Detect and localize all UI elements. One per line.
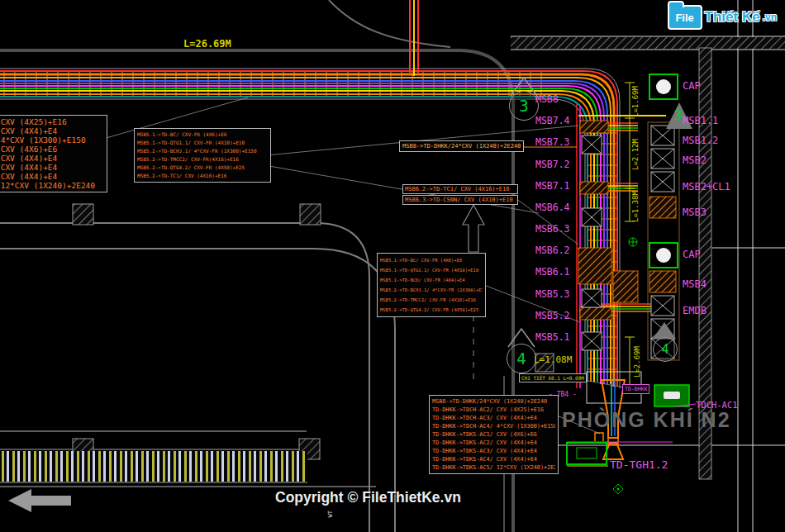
right-label-msb2cl1: MSB2+CL1 — [683, 181, 730, 192]
cable-box-left-partial: TD-DHKK->TDCH-AC2/ CXV (4X25)+E16TD-DHKK… — [0, 115, 107, 192]
label-td-tgh: TD-TGH1.2 — [610, 458, 668, 471]
msb-label: MSB6.3 — [535, 223, 585, 235]
dim-top-run: L=26.69M — [183, 38, 231, 50]
msb-label: MSB5.3 — [535, 288, 585, 300]
detail-note-box: CHI TIẾT 60.1 L=0.08M — [519, 373, 587, 382]
cable-box-dhkk: MSB8->TD-DHKK/24*CXV (1X240)+2E240TD-DHK… — [429, 395, 559, 474]
dim-seg4: L=2.69M — [633, 342, 641, 382]
right-label-msb1-2: MSB1.2 — [683, 135, 718, 146]
right-label-msb1-1: MSB1.1 — [683, 115, 718, 126]
cad-drawing-canvas: L=26.69M L=1.69M L=2.12M L=1.38M L=2.69M… — [0, 0, 785, 532]
right-label-msb2: MSB2 — [683, 154, 706, 166]
dim-riser: L=1.08M — [534, 354, 572, 365]
label-wt: WT — [327, 511, 334, 517]
room-label: PHÒNG KHÍ N2 — [562, 408, 731, 432]
label-tdhkk-box: TD-ĐHKK — [622, 384, 649, 394]
right-label-cap2: CAP — [683, 249, 701, 260]
cable-box-tc1: MSB6.2->TD-TC1/ CXV (4X16)+E16MSB6.3->TD… — [402, 184, 518, 206]
site-logo: File Thiết Kế .vn — [668, 5, 777, 30]
msb-label: MSB6.4 — [535, 202, 585, 213]
axis-marker-4-bottom: 4 — [507, 344, 536, 373]
axis-marker-3-right: 3 — [674, 107, 683, 123]
logo-name-text: Thiết Kế — [705, 9, 760, 26]
msb-label: MSB7.3 — [535, 136, 585, 148]
logo-tld-text: .vn — [763, 12, 777, 23]
msb-label: MSB7.2 — [535, 159, 585, 170]
copyright-text: Copyright © FileThietKe.vn — [275, 489, 461, 506]
msb-label: MSB7.4 — [535, 115, 585, 126]
label-tdch-ac1: TDCH-AC1 — [696, 400, 738, 410]
cable-box-msb5-mid: MSB5.1->TD-BC/ CXV-FR (4X6)+E6MSB5.1->TD… — [377, 253, 486, 317]
msb-label: MSB5.1 — [535, 331, 585, 343]
cable-box-feeder: MSB8->TD-DHKK/24*CXV (1X240)+2E240 — [399, 140, 524, 152]
msb-label: MSB7.1 — [535, 180, 585, 192]
striped-ramp-band — [0, 451, 307, 482]
axis-marker-4-right: 4 — [653, 337, 678, 362]
msb-label: MSB6.2 — [535, 245, 585, 256]
right-label-msb3: MSB3 — [683, 207, 706, 218]
logo-folder-icon: File — [668, 5, 702, 30]
msb-label: MSB5.2 — [535, 310, 585, 321]
right-label-cap1: CAP — [683, 80, 701, 92]
msb-label-column: MSB8MSB7.4MSB7.3MSB7.2MSB7.1MSB6.4MSB6.3… — [535, 93, 585, 343]
dim-seg1: L=1.69M — [631, 84, 640, 119]
right-label-msb4: MSB4 — [683, 278, 706, 290]
logo-file-text: File — [675, 12, 693, 24]
direction-arrow-left — [8, 489, 71, 512]
msb-label: MSB8 — [535, 93, 585, 105]
dim-seg2: L=2.12M — [631, 135, 640, 173]
dim-seg3: L=1.38M — [631, 190, 640, 223]
msb-label: MSB6.1 — [535, 266, 585, 278]
right-label-emdb: EMDB — [683, 305, 706, 316]
axis-marker-3-top: 3 — [509, 91, 539, 121]
cable-box-msb5-upper: MSB5.1->TD-BC/ CXV-FR (4X6)+E6MSB5.1->TD… — [134, 128, 271, 183]
